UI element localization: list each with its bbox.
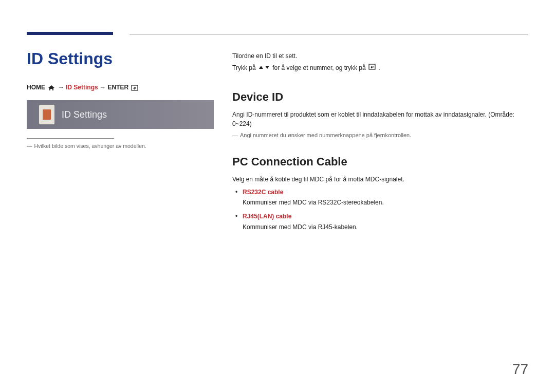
- id-badge-icon: [39, 105, 54, 124]
- ui-preview-panel: ID Settings: [27, 100, 214, 129]
- ui-preview-label: ID Settings: [62, 109, 107, 120]
- svg-rect-0: [132, 85, 138, 90]
- left-column: ID Settings HOME → ID Settings → ENTER I…: [27, 49, 212, 149]
- intro-line-2: Trykk på for å velge et nummer, og trykk…: [232, 63, 528, 73]
- left-footnote-text: Hvilket bilde som vises, avhenger av mod…: [34, 143, 146, 149]
- breadcrumb-current: ID Settings: [66, 84, 98, 91]
- device-id-body: Angi ID-nummeret til produktet som er ko…: [232, 110, 528, 129]
- option-desc-rs232c: Kommuniser med MDC via RS232C-stereokabe…: [243, 198, 528, 208]
- device-id-note-text: Angi nummeret du ønsker med nummerknappe…: [240, 132, 411, 138]
- home-icon: [48, 85, 55, 91]
- enter-inline-icon: [368, 63, 376, 73]
- option-desc-rj45: Kommuniser med MDC via RJ45-kabelen.: [243, 222, 528, 232]
- list-item: RS232C cable Kommuniser med MDC via RS23…: [232, 188, 528, 208]
- device-id-note: ―Angi nummeret du ønsker med nummerknapp…: [232, 131, 528, 140]
- page-title: ID Settings: [27, 49, 212, 68]
- option-label-rs232c: RS232C cable: [243, 189, 283, 196]
- id-badge-inner: [43, 109, 51, 120]
- breadcrumb-arrow-1: →: [58, 84, 66, 91]
- breadcrumb-arrow-2: →: [100, 84, 107, 91]
- top-divider: [130, 34, 528, 34]
- intro-line-2c: .: [378, 64, 380, 71]
- note-dash: ―: [232, 132, 238, 138]
- svg-rect-1: [369, 64, 375, 69]
- enter-icon: [131, 85, 138, 91]
- section-heading-pc-cable: PC Connection Cable: [232, 153, 528, 171]
- intro-line-2b: for å velge et nummer, og trykk på: [272, 64, 367, 71]
- breadcrumb: HOME → ID Settings → ENTER: [27, 84, 212, 91]
- list-item: RJ45(LAN) cable Kommuniser med MDC via R…: [232, 212, 528, 232]
- footnote-divider: [27, 138, 114, 139]
- option-label-rj45: RJ45(LAN) cable: [243, 213, 291, 220]
- pc-cable-body: Velg en måte å koble deg til MDC på for …: [232, 175, 528, 184]
- page-number: 77: [512, 361, 528, 378]
- breadcrumb-enter: ENTER: [107, 84, 128, 91]
- cable-option-list: RS232C cable Kommuniser med MDC via RS23…: [232, 188, 528, 232]
- intro-line-1: Tilordne en ID til et sett.: [232, 51, 528, 61]
- section-heading-device-id: Device ID: [232, 88, 528, 106]
- left-footnote: ―Hvilket bilde som vises, avhenger av mo…: [27, 143, 212, 149]
- breadcrumb-home: HOME: [27, 84, 45, 91]
- up-down-icon: [258, 63, 270, 73]
- footnote-dash: ―: [27, 143, 32, 149]
- right-column: Tilordne en ID til et sett. Trykk på for…: [232, 51, 528, 236]
- intro-line-2a: Trykk på: [232, 64, 257, 71]
- title-accent-bar: [27, 32, 113, 35]
